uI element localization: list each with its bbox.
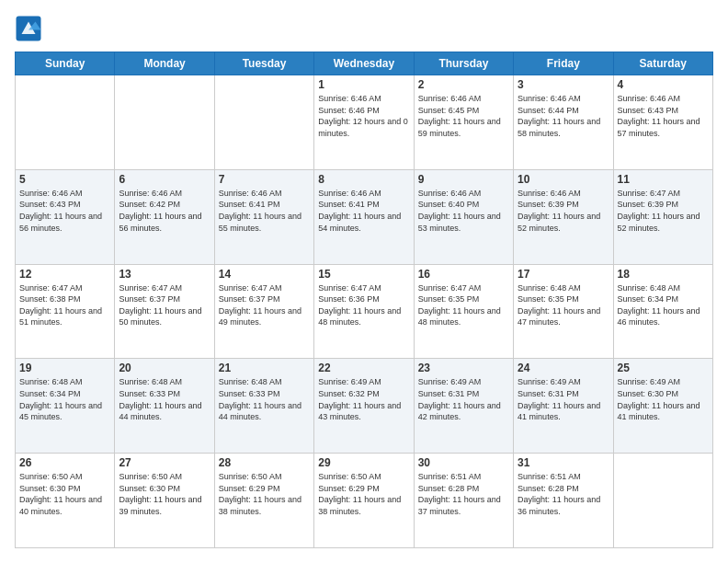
calendar-cell [115, 75, 214, 170]
day-info: Sunrise: 6:49 AM Sunset: 6:31 PM Dayligh… [518, 376, 609, 422]
page: SundayMondayTuesdayWednesdayThursdayFrid… [0, 0, 728, 563]
col-header-saturday: Saturday [613, 52, 712, 75]
day-info: Sunrise: 6:48 AM Sunset: 6:34 PM Dayligh… [19, 376, 110, 422]
calendar-cell [16, 75, 115, 170]
calendar-cell: 10Sunrise: 6:46 AM Sunset: 6:39 PM Dayli… [514, 169, 613, 264]
calendar-cell [613, 454, 712, 548]
day-info: Sunrise: 6:49 AM Sunset: 6:31 PM Dayligh… [418, 376, 509, 422]
calendar-header-row: SundayMondayTuesdayWednesdayThursdayFrid… [16, 52, 713, 75]
day-number: 10 [518, 173, 609, 186]
day-info: Sunrise: 6:48 AM Sunset: 6:34 PM Dayligh… [618, 282, 709, 328]
day-info: Sunrise: 6:46 AM Sunset: 6:44 PM Dayligh… [518, 93, 609, 139]
header [15, 15, 713, 42]
calendar-cell: 26Sunrise: 6:50 AM Sunset: 6:30 PM Dayli… [16, 454, 115, 548]
col-header-friday: Friday [514, 52, 613, 75]
day-info: Sunrise: 6:46 AM Sunset: 6:40 PM Dayligh… [418, 188, 509, 234]
day-info: Sunrise: 6:50 AM Sunset: 6:30 PM Dayligh… [19, 471, 110, 517]
calendar-cell: 19Sunrise: 6:48 AM Sunset: 6:34 PM Dayli… [16, 359, 115, 454]
day-info: Sunrise: 6:47 AM Sunset: 6:37 PM Dayligh… [219, 282, 310, 328]
calendar-cell: 15Sunrise: 6:47 AM Sunset: 6:36 PM Dayli… [314, 264, 414, 359]
calendar-cell: 28Sunrise: 6:50 AM Sunset: 6:29 PM Dayli… [214, 454, 313, 548]
day-number: 27 [119, 456, 210, 469]
day-number: 29 [318, 456, 409, 469]
day-number: 24 [518, 362, 609, 374]
calendar-cell: 1Sunrise: 6:46 AM Sunset: 6:46 PM Daylig… [314, 75, 414, 170]
day-number: 26 [19, 456, 110, 469]
day-info: Sunrise: 6:49 AM Sunset: 6:30 PM Dayligh… [618, 376, 709, 422]
calendar-cell: 25Sunrise: 6:49 AM Sunset: 6:30 PM Dayli… [613, 359, 712, 454]
day-info: Sunrise: 6:46 AM Sunset: 6:41 PM Dayligh… [318, 188, 409, 234]
day-number: 1 [318, 78, 409, 91]
calendar-cell: 29Sunrise: 6:50 AM Sunset: 6:29 PM Dayli… [314, 454, 414, 548]
day-info: Sunrise: 6:46 AM Sunset: 6:45 PM Dayligh… [418, 93, 509, 139]
day-number: 6 [119, 173, 210, 186]
day-info: Sunrise: 6:47 AM Sunset: 6:36 PM Dayligh… [318, 282, 409, 328]
calendar-cell: 22Sunrise: 6:49 AM Sunset: 6:32 PM Dayli… [314, 359, 414, 454]
calendar-cell: 3Sunrise: 6:46 AM Sunset: 6:44 PM Daylig… [514, 75, 613, 170]
day-number: 23 [418, 362, 509, 374]
col-header-sunday: Sunday [16, 52, 115, 75]
day-number: 16 [418, 268, 509, 281]
calendar-cell: 30Sunrise: 6:51 AM Sunset: 6:28 PM Dayli… [414, 454, 513, 548]
day-info: Sunrise: 6:47 AM Sunset: 6:37 PM Dayligh… [119, 282, 210, 328]
calendar-cell: 2Sunrise: 6:46 AM Sunset: 6:45 PM Daylig… [414, 75, 513, 170]
col-header-tuesday: Tuesday [214, 52, 313, 75]
day-info: Sunrise: 6:48 AM Sunset: 6:33 PM Dayligh… [219, 376, 310, 422]
calendar-week-4: 26Sunrise: 6:50 AM Sunset: 6:30 PM Dayli… [16, 454, 713, 548]
col-header-monday: Monday [115, 52, 214, 75]
calendar-cell: 14Sunrise: 6:47 AM Sunset: 6:37 PM Dayli… [214, 264, 313, 359]
col-header-wednesday: Wednesday [314, 52, 414, 75]
day-info: Sunrise: 6:46 AM Sunset: 6:43 PM Dayligh… [19, 188, 110, 234]
calendar-cell: 17Sunrise: 6:48 AM Sunset: 6:35 PM Dayli… [514, 264, 613, 359]
day-info: Sunrise: 6:50 AM Sunset: 6:30 PM Dayligh… [119, 471, 210, 517]
day-info: Sunrise: 6:48 AM Sunset: 6:35 PM Dayligh… [518, 282, 609, 328]
calendar-cell: 16Sunrise: 6:47 AM Sunset: 6:35 PM Dayli… [414, 264, 513, 359]
day-info: Sunrise: 6:48 AM Sunset: 6:33 PM Dayligh… [119, 376, 210, 422]
day-number: 28 [219, 456, 310, 469]
day-number: 13 [119, 268, 210, 281]
calendar-week-1: 5Sunrise: 6:46 AM Sunset: 6:43 PM Daylig… [16, 169, 713, 264]
logo-icon [15, 15, 42, 42]
calendar-cell: 6Sunrise: 6:46 AM Sunset: 6:42 PM Daylig… [115, 169, 214, 264]
calendar-cell: 7Sunrise: 6:46 AM Sunset: 6:41 PM Daylig… [214, 169, 313, 264]
calendar-cell: 23Sunrise: 6:49 AM Sunset: 6:31 PM Dayli… [414, 359, 513, 454]
day-number: 7 [219, 173, 310, 186]
calendar-cell: 27Sunrise: 6:50 AM Sunset: 6:30 PM Dayli… [115, 454, 214, 548]
day-info: Sunrise: 6:46 AM Sunset: 6:41 PM Dayligh… [219, 188, 310, 234]
day-number: 15 [318, 268, 409, 281]
day-number: 14 [219, 268, 310, 281]
col-header-thursday: Thursday [414, 52, 513, 75]
calendar-cell: 21Sunrise: 6:48 AM Sunset: 6:33 PM Dayli… [214, 359, 313, 454]
day-info: Sunrise: 6:47 AM Sunset: 6:39 PM Dayligh… [618, 188, 709, 234]
day-number: 17 [518, 268, 609, 281]
day-info: Sunrise: 6:46 AM Sunset: 6:46 PM Dayligh… [318, 93, 409, 139]
day-number: 5 [19, 173, 110, 186]
day-number: 12 [19, 268, 110, 281]
day-info: Sunrise: 6:47 AM Sunset: 6:38 PM Dayligh… [19, 282, 110, 328]
day-number: 22 [318, 362, 409, 374]
calendar-cell: 13Sunrise: 6:47 AM Sunset: 6:37 PM Dayli… [115, 264, 214, 359]
day-number: 18 [618, 268, 709, 281]
calendar-cell: 31Sunrise: 6:51 AM Sunset: 6:28 PM Dayli… [514, 454, 613, 548]
calendar-cell: 20Sunrise: 6:48 AM Sunset: 6:33 PM Dayli… [115, 359, 214, 454]
day-info: Sunrise: 6:46 AM Sunset: 6:39 PM Dayligh… [518, 188, 609, 234]
day-info: Sunrise: 6:46 AM Sunset: 6:42 PM Dayligh… [119, 188, 210, 234]
calendar-cell: 18Sunrise: 6:48 AM Sunset: 6:34 PM Dayli… [613, 264, 712, 359]
day-number: 8 [318, 173, 409, 186]
day-number: 20 [119, 362, 210, 374]
day-number: 19 [19, 362, 110, 374]
day-info: Sunrise: 6:46 AM Sunset: 6:43 PM Dayligh… [618, 93, 709, 139]
calendar-cell: 9Sunrise: 6:46 AM Sunset: 6:40 PM Daylig… [414, 169, 513, 264]
calendar-cell: 11Sunrise: 6:47 AM Sunset: 6:39 PM Dayli… [613, 169, 712, 264]
calendar-week-2: 12Sunrise: 6:47 AM Sunset: 6:38 PM Dayli… [16, 264, 713, 359]
calendar-week-3: 19Sunrise: 6:48 AM Sunset: 6:34 PM Dayli… [16, 359, 713, 454]
day-info: Sunrise: 6:50 AM Sunset: 6:29 PM Dayligh… [219, 471, 310, 517]
day-number: 30 [418, 456, 509, 469]
calendar-table: SundayMondayTuesdayWednesdayThursdayFrid… [15, 52, 713, 548]
day-number: 4 [618, 78, 709, 91]
day-info: Sunrise: 6:49 AM Sunset: 6:32 PM Dayligh… [318, 376, 409, 422]
day-number: 25 [618, 362, 709, 374]
day-number: 9 [418, 173, 509, 186]
day-info: Sunrise: 6:51 AM Sunset: 6:28 PM Dayligh… [418, 471, 509, 517]
calendar-cell: 12Sunrise: 6:47 AM Sunset: 6:38 PM Dayli… [16, 264, 115, 359]
